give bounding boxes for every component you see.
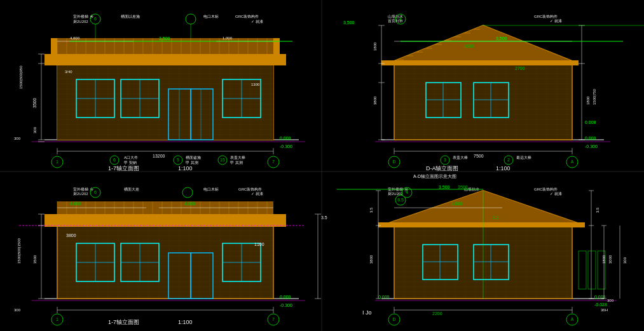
main-canvas (0, 0, 644, 331)
cad-drawing-canvas (0, 0, 644, 331)
